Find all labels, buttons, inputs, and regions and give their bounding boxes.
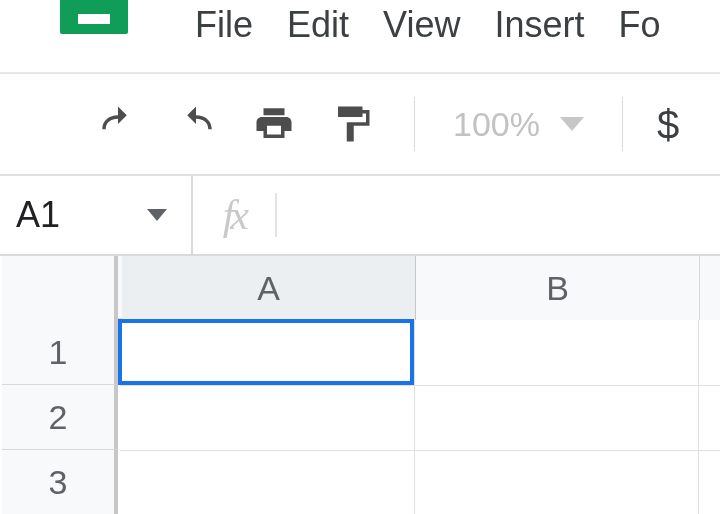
- formula-input[interactable]: [277, 176, 720, 254]
- fx-icon: fx: [223, 191, 245, 239]
- undo-icon: [97, 103, 139, 145]
- redo-button[interactable]: [166, 94, 226, 154]
- cell-a1[interactable]: [120, 320, 414, 385]
- format-currency-button[interactable]: $: [637, 102, 699, 147]
- zoom-dropdown[interactable]: 100%: [429, 105, 608, 144]
- cell-b1[interactable]: [414, 320, 698, 385]
- cell-a2[interactable]: [120, 385, 414, 450]
- print-icon: [253, 103, 295, 145]
- print-button[interactable]: [244, 94, 304, 154]
- chevron-down-icon: [560, 117, 584, 131]
- toolbar: 100% $: [0, 74, 720, 176]
- paint-format-button[interactable]: [322, 94, 382, 154]
- menu-insert[interactable]: Insert: [494, 4, 584, 46]
- column-header-a[interactable]: A: [122, 256, 416, 320]
- column-header-row: A B: [2, 256, 720, 320]
- name-box[interactable]: A1: [0, 176, 193, 254]
- spreadsheet-grid: A B 1 2 3: [0, 256, 720, 514]
- menu-items: File Edit View Insert Fo: [195, 4, 661, 46]
- chevron-down-icon: [147, 209, 167, 221]
- column-header-next[interactable]: [700, 256, 720, 320]
- redo-icon: [175, 103, 217, 145]
- cell-b3[interactable]: [414, 450, 698, 514]
- menu-file[interactable]: File: [195, 4, 253, 46]
- menu-format-truncated[interactable]: Fo: [619, 4, 661, 46]
- row-header-2[interactable]: 2: [2, 385, 118, 450]
- menu-bar: File Edit View Insert Fo: [0, 0, 720, 74]
- menu-edit[interactable]: Edit: [287, 4, 349, 46]
- menu-view[interactable]: View: [383, 4, 460, 46]
- select-all-corner[interactable]: [2, 256, 118, 320]
- formula-bar: fx: [193, 176, 720, 254]
- paint-format-icon: [331, 103, 373, 145]
- toolbar-separator: [414, 97, 415, 151]
- zoom-value: 100%: [453, 105, 540, 144]
- row-header-3[interactable]: 3: [2, 450, 118, 514]
- undo-button[interactable]: [88, 94, 148, 154]
- row-header-1[interactable]: 1: [2, 320, 118, 385]
- cell-b2[interactable]: [414, 385, 698, 450]
- toolbar-separator: [622, 97, 623, 151]
- sheets-logo-icon: [60, 0, 128, 34]
- name-box-value: A1: [16, 194, 60, 236]
- column-header-b[interactable]: B: [416, 256, 700, 320]
- formula-bar-row: A1 fx: [0, 176, 720, 256]
- cell-a3[interactable]: [120, 450, 414, 514]
